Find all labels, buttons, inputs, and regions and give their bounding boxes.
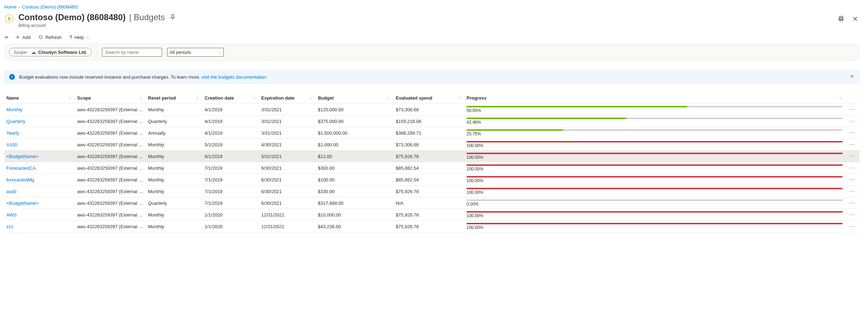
budget-name-link[interactable]: zzz — [4, 223, 75, 230]
table-row[interactable]: ForecastedCAaws-432263259397 (External …… — [4, 162, 860, 174]
row-menu-button[interactable]: ··· — [845, 223, 860, 230]
row-menu-button[interactable]: ··· — [845, 118, 860, 125]
help-button[interactable]: ? Help ⌄ — [67, 33, 92, 41]
budget-creation: 7/1/2019 — [202, 165, 259, 171]
budget-spend: $85,882.54 — [394, 176, 464, 183]
budget-progress: 100.00% — [464, 222, 845, 231]
budget-scope: aws-432263259397 (External … — [75, 153, 146, 160]
col-expiration[interactable]: Expiration date↑↓ — [259, 95, 316, 101]
breadcrumb-home[interactable]: Home — [4, 4, 17, 10]
budget-creation: 7/1/2019 — [202, 188, 259, 195]
table-row[interactable]: AWSaws-432263259397 (External …Monthly1/… — [4, 209, 860, 221]
table-row[interactable]: A100aws-432263259397 (External …Monthly5… — [4, 139, 860, 151]
budget-name-link[interactable]: asdd — [4, 188, 75, 195]
budget-expiration: 12/31/2021 — [259, 223, 316, 230]
budget-progress: 100.00% — [464, 210, 845, 219]
row-menu-button[interactable]: ··· — [845, 188, 860, 195]
budget-scope: aws-432263259397 (External … — [75, 106, 146, 113]
budget-expiration: 3/31/2021 — [259, 106, 316, 113]
budget-amount: $125,000.00 — [316, 106, 394, 113]
expand-chevron-icon[interactable]: ≫ — [4, 35, 10, 40]
budget-reset: Quarterly — [146, 200, 202, 207]
budget-progress: 100.00% — [464, 164, 845, 172]
budget-progress: 58.65% — [464, 105, 845, 114]
banner-close-button[interactable]: ✕ — [848, 73, 856, 79]
budget-reset: Monthly — [146, 176, 202, 183]
refresh-button[interactable]: Refresh — [36, 33, 64, 41]
row-menu-button[interactable]: ··· — [845, 106, 860, 113]
budget-expiration: 6/30/2021 — [259, 176, 316, 183]
row-menu-button[interactable]: ··· — [845, 153, 860, 160]
table-row[interactable]: Quarterlyaws-432263259397 (External …Qua… — [4, 116, 860, 127]
budget-spend: N/A — [394, 200, 464, 207]
budget-scope: aws-432263259397 (External … — [75, 118, 146, 125]
col-spend[interactable]: Evaluated spend↑↓ — [394, 95, 464, 101]
budget-spend: $75,926.78 — [394, 223, 464, 230]
table-row[interactable]: Monthlyaws-432263259397 (External …Month… — [4, 104, 860, 116]
filter-bar: Scope : ☁ Cloudyn Software Ltd. All peri… — [4, 44, 860, 61]
budget-spend: $75,926.78 — [394, 188, 464, 195]
scope-selector[interactable]: Scope : ☁ Cloudyn Software Ltd. — [9, 48, 92, 56]
budget-creation: 1/1/2020 — [202, 212, 259, 218]
budget-spend: $75,926.78 — [394, 153, 464, 160]
col-progress[interactable]: Progress↑↓ — [464, 95, 845, 101]
col-reset[interactable]: Reset period↑↓ — [146, 95, 202, 101]
page-title: Contoso (Demo) (8608480) — [18, 12, 126, 22]
budget-reset: Quarterly — [146, 118, 202, 125]
col-name[interactable]: Name↑↓ — [4, 95, 75, 101]
budget-expiration: 5/31/2021 — [259, 153, 316, 160]
table-row[interactable]: <BudgetName>aws-432263259397 (External …… — [4, 197, 860, 209]
period-select[interactable]: All periods ⌄ — [167, 48, 224, 57]
budget-reset: Monthly — [146, 212, 202, 218]
budget-amount: $300.00 — [316, 165, 394, 171]
budget-reset: Monthly — [146, 188, 202, 195]
budget-name-link[interactable]: forecastedMg — [4, 176, 75, 183]
budget-reset: Monthly — [146, 153, 202, 160]
budget-expiration: 3/31/2021 — [259, 130, 316, 136]
budget-amount: $317,688.00 — [316, 200, 394, 207]
budget-scope: aws-432263259397 (External … — [75, 188, 146, 195]
pin-button[interactable] — [169, 13, 177, 22]
row-menu-button[interactable]: ··· — [845, 164, 860, 171]
budget-name-link[interactable]: AWS — [4, 212, 75, 218]
close-button[interactable] — [851, 15, 860, 24]
row-menu-button[interactable]: ··· — [845, 199, 860, 207]
table-header-row: Name↑↓ Scope↑↓ Reset period↑↓ Creation d… — [4, 92, 860, 104]
table-row[interactable]: forecastedMgaws-432263259397 (External …… — [4, 174, 860, 186]
budget-creation: 4/1/2019 — [202, 130, 259, 136]
row-menu-button[interactable]: ··· — [845, 129, 860, 136]
table-row[interactable]: <BudgetName>aws-432263259397 (External …… — [4, 151, 860, 162]
table-row[interactable]: asddaws-432263259397 (External …Monthly7… — [4, 186, 860, 197]
col-scope[interactable]: Scope↑↓ — [75, 95, 146, 101]
budget-progress: 100.00% — [464, 187, 845, 196]
budget-name-link[interactable]: Yearly — [4, 130, 75, 136]
search-input[interactable] — [102, 48, 162, 57]
budget-name-link[interactable]: Monthly — [4, 106, 75, 113]
budget-name-link[interactable]: <BudgetName> — [4, 153, 75, 160]
budget-amount: $1,000.00 — [316, 141, 394, 148]
print-button[interactable] — [837, 15, 845, 24]
budget-amount: $100.00 — [316, 176, 394, 183]
billing-account-icon: $ — [4, 14, 14, 24]
budget-progress: 42.46% — [464, 117, 845, 125]
banner-link[interactable]: visit the budgets documentation. — [201, 74, 267, 80]
svg-text:$: $ — [8, 16, 11, 21]
budget-name-link[interactable]: A100 — [4, 141, 75, 148]
budget-progress: 100.00% — [464, 175, 845, 184]
row-menu-button[interactable]: ··· — [845, 211, 860, 218]
col-creation[interactable]: Creation date↑↓ — [202, 95, 259, 101]
row-menu-button[interactable]: ··· — [845, 141, 860, 148]
budget-name-link[interactable]: <BudgetName> — [4, 200, 75, 207]
add-button[interactable]: Add — [13, 33, 33, 41]
budget-expiration: 6/30/2021 — [259, 165, 316, 171]
col-budget[interactable]: Budget↑↓ — [316, 95, 394, 101]
row-menu-button[interactable]: ··· — [845, 176, 860, 183]
table-row[interactable]: Yearlyaws-432263259397 (External …Annual… — [4, 127, 860, 139]
breadcrumb-current[interactable]: Contoso (Demo) (8608480) — [22, 4, 78, 10]
budget-spend: $386,289.71 — [394, 130, 464, 136]
budget-name-link[interactable]: Quarterly — [4, 118, 75, 125]
budget-progress: 100.00% — [464, 152, 845, 160]
budget-reset: Monthly — [146, 141, 202, 148]
budget-name-link[interactable]: ForecastedCA — [4, 165, 75, 171]
table-row[interactable]: zzzaws-432263259397 (External …Monthly1/… — [4, 221, 860, 232]
